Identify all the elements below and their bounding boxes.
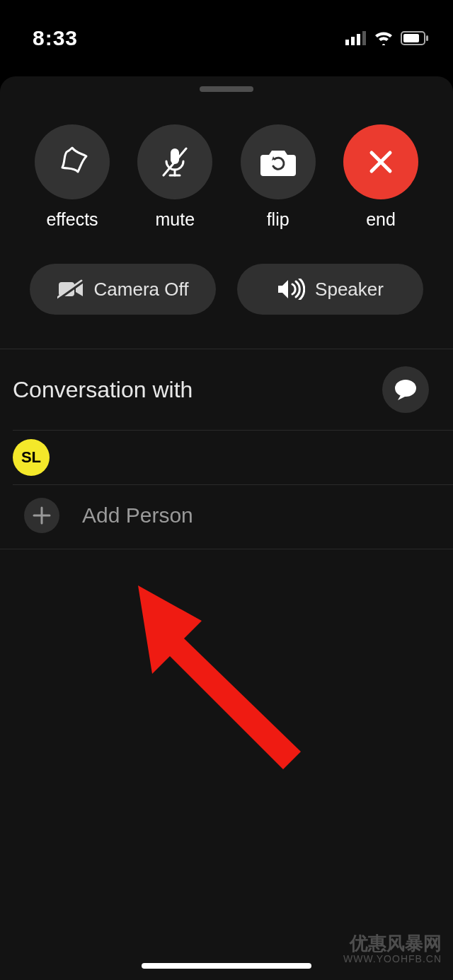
status-time: 8:33 — [33, 26, 78, 50]
effects-icon — [54, 144, 91, 180]
home-indicator[interactable] — [142, 963, 311, 969]
flip-icon — [259, 146, 297, 177]
svg-rect-5 — [426, 35, 428, 41]
watermark-line1: 优惠风暴网 — [343, 933, 442, 954]
watermark: 优惠风暴网 WWW.YOOHFB.CN — [343, 933, 442, 964]
secondary-actions-row: Camera Off Speaker — [0, 230, 453, 349]
speaker-icon — [277, 279, 305, 300]
participant-row[interactable]: SL — [0, 431, 453, 484]
sheet-grabber[interactable] — [200, 86, 253, 92]
camera-off-label: Camera Off — [94, 279, 189, 301]
svg-point-16 — [395, 380, 416, 397]
avatar: SL — [13, 439, 50, 476]
effects-label: effects — [46, 209, 98, 230]
divider — [0, 549, 453, 549]
close-icon — [366, 147, 396, 177]
annotation-arrow-icon — [117, 585, 315, 769]
mute-label: mute — [156, 209, 195, 230]
end-button[interactable]: end — [338, 124, 423, 230]
svg-rect-3 — [362, 31, 366, 45]
actions-row: effects mute — [0, 92, 453, 230]
mute-icon — [157, 144, 193, 180]
svg-rect-0 — [345, 40, 349, 45]
message-icon — [394, 378, 418, 401]
add-person-button[interactable]: Add Person — [0, 485, 453, 549]
camera-off-icon — [57, 279, 84, 299]
mute-button[interactable]: mute — [132, 124, 217, 230]
svg-rect-6 — [403, 34, 419, 42]
message-button[interactable] — [382, 366, 429, 413]
battery-icon — [401, 31, 429, 45]
speaker-button[interactable]: Speaker — [237, 264, 423, 315]
svg-rect-2 — [357, 34, 360, 45]
svg-marker-19 — [138, 585, 301, 769]
speaker-label: Speaker — [315, 279, 384, 301]
effects-button[interactable]: effects — [30, 124, 115, 230]
end-label: end — [366, 209, 396, 230]
svg-rect-1 — [351, 37, 355, 45]
call-controls-sheet: effects mute — [0, 76, 453, 980]
flip-button[interactable]: flip — [236, 124, 321, 230]
plus-icon — [33, 506, 51, 525]
wifi-icon — [374, 31, 394, 45]
cellular-icon — [345, 31, 367, 45]
camera-off-button[interactable]: Camera Off — [30, 264, 216, 315]
status-icons — [345, 31, 429, 45]
add-person-label: Add Person — [82, 503, 193, 527]
flip-label: flip — [267, 209, 289, 230]
conversation-header: Conversation with — [0, 349, 453, 430]
watermark-line2: WWW.YOOHFB.CN — [343, 954, 442, 964]
status-bar: 8:33 — [0, 0, 453, 57]
conversation-title: Conversation with — [13, 377, 193, 403]
